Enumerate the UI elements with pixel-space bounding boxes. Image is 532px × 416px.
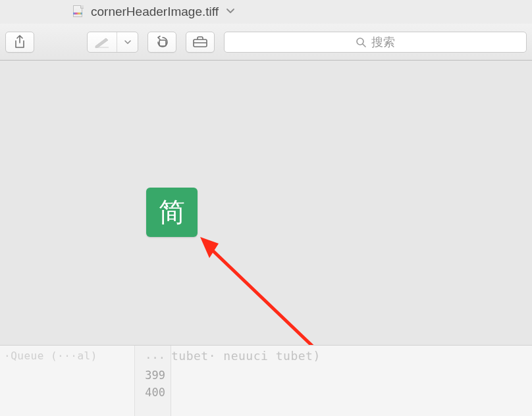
pen-icon[interactable]	[88, 32, 117, 52]
annotation-arrow	[0, 61, 532, 345]
share-button[interactable]	[5, 32, 34, 53]
gutter-faded: ···	[135, 350, 165, 367]
thread-panel: ·Queue (···al)	[0, 346, 134, 416]
toolbox-icon	[192, 36, 208, 48]
image-content-tile: 简	[146, 188, 198, 237]
tiff-file-icon	[71, 5, 86, 19]
rotate-left-icon	[154, 36, 170, 49]
code-line-blur: tubet· neuuci tubet)	[171, 346, 532, 365]
toolbox-button[interactable]	[186, 32, 215, 53]
svg-line-3	[207, 245, 331, 345]
search-field[interactable]: 搜索	[224, 32, 527, 53]
chevron-down-icon[interactable]	[225, 5, 236, 18]
document-title[interactable]: cornerHeaderImage.tiff	[91, 5, 219, 19]
line-gutter: ··· 399 400	[134, 346, 171, 416]
share-icon	[14, 35, 26, 49]
line-number: 400	[135, 384, 165, 401]
search-placeholder: 搜索	[371, 34, 395, 50]
tile-glyph: 简	[159, 194, 185, 230]
window-titlebar: cornerHeaderImage.tiff	[0, 0, 532, 24]
code-area[interactable]: tubet· neuuci tubet) {cornerHeaderImage …	[171, 346, 532, 416]
thread-label: ·Queue (···al)	[4, 350, 97, 362]
search-icon	[356, 37, 366, 47]
code-line	[179, 401, 532, 416]
svg-rect-0	[159, 40, 166, 46]
code-editor-strip: ·Queue (···al) ··· 399 400 tubet· neuuci…	[0, 345, 532, 416]
chevron-down-icon[interactable]	[117, 32, 138, 52]
rotate-button[interactable]	[147, 32, 176, 53]
toolbar: 搜索	[0, 24, 532, 61]
line-number: 399	[135, 367, 165, 384]
markup-split-button[interactable]	[87, 32, 138, 53]
image-canvas: 简	[0, 61, 532, 345]
